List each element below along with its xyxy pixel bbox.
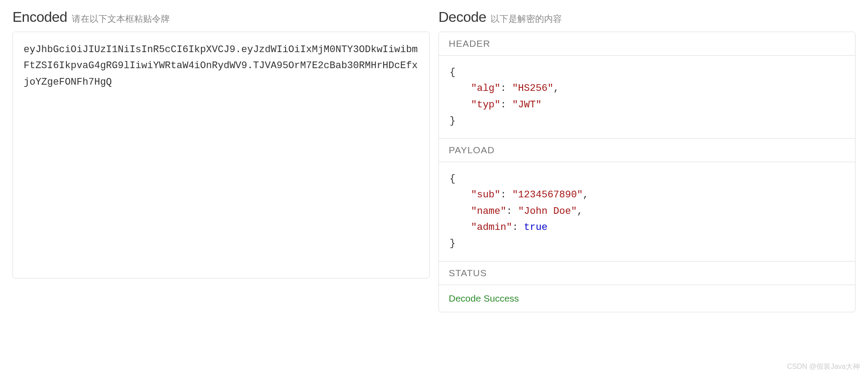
- decode-title: Decode: [438, 9, 486, 25]
- json-val-admin: true: [524, 222, 548, 233]
- encoded-column: Encoded 请在以下文本框粘贴令牌: [12, 9, 430, 312]
- json-val-typ: "JWT": [512, 99, 541, 110]
- json-key-admin: "admin": [471, 222, 512, 233]
- decode-subtitle: 以下是解密的内容: [491, 13, 562, 25]
- decode-payload-label: PAYLOAD: [439, 138, 855, 162]
- decode-status-label: STATUS: [439, 261, 855, 285]
- brace-close: }: [450, 115, 455, 127]
- colon: :: [500, 189, 512, 200]
- encoded-subtitle: 请在以下文本框粘贴令牌: [72, 13, 170, 25]
- colon: :: [500, 83, 512, 94]
- json-key-alg: "alg": [471, 83, 500, 94]
- json-key-typ: "typ": [471, 99, 500, 110]
- decode-payload-json: { "sub": "1234567890", "name": "John Doe…: [439, 162, 855, 261]
- colon: :: [500, 99, 512, 110]
- comma: ,: [577, 206, 583, 217]
- decode-title-row: Decode 以下是解密的内容: [438, 9, 856, 25]
- brace-open: {: [450, 173, 455, 184]
- json-val-alg: "HS256": [512, 83, 553, 94]
- decode-header-label: HEADER: [439, 32, 855, 56]
- encoded-title-row: Encoded 请在以下文本框粘贴令牌: [12, 9, 430, 25]
- json-val-sub: "1234567890": [512, 189, 582, 200]
- decode-status-text: Decode Success: [439, 285, 855, 312]
- brace-open: {: [450, 67, 455, 78]
- decode-column: Decode 以下是解密的内容 HEADER { "alg": "HS256",…: [438, 9, 856, 312]
- comma: ,: [583, 189, 589, 200]
- json-key-sub: "sub": [471, 189, 500, 200]
- colon: :: [506, 206, 518, 217]
- encoded-title: Encoded: [12, 9, 67, 25]
- decode-header-json: { "alg": "HS256", "typ": "JWT" }: [439, 56, 855, 138]
- comma: ,: [553, 83, 559, 94]
- json-val-name: "John Doe": [518, 206, 577, 217]
- decode-panel: HEADER { "alg": "HS256", "typ": "JWT" } …: [438, 32, 856, 312]
- encoded-panel: [12, 32, 430, 278]
- colon: :: [512, 222, 524, 233]
- json-key-name: "name": [471, 206, 506, 217]
- encoded-token-input[interactable]: [13, 32, 429, 276]
- brace-close: }: [450, 238, 455, 249]
